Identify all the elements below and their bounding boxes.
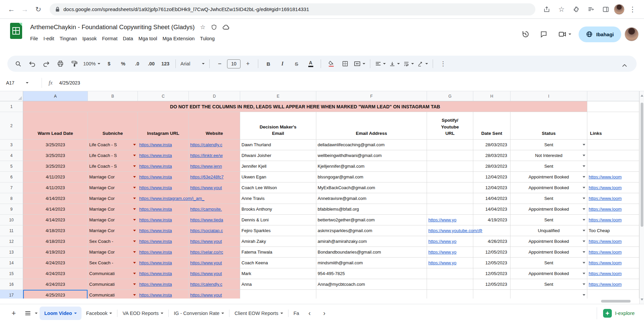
cell-B6[interactable]: Marriage Cor xyxy=(88,172,138,182)
cell-I9[interactable]: Appointment Booked xyxy=(511,204,587,215)
cell-C11[interactable]: https://www.insta xyxy=(138,225,189,236)
dropdown-icon[interactable] xyxy=(583,219,585,221)
cell-H17[interactable] xyxy=(473,290,511,299)
cell-D4[interactable]: https://linktr.ee/w xyxy=(189,150,240,161)
dropdown-icon[interactable] xyxy=(583,273,585,274)
extensions-puzzle-icon[interactable] xyxy=(570,3,583,16)
cell-C7[interactable]: https://www.insta xyxy=(138,182,189,193)
sheet-tab-client-eow-reports[interactable]: Client EOW Reports xyxy=(230,307,288,320)
all-sheets-menu-icon[interactable] xyxy=(21,306,35,320)
column-header-last[interactable] xyxy=(587,91,639,101)
cell-G15[interactable] xyxy=(427,268,473,279)
cell-A16[interactable]: 4/24/2023 xyxy=(23,279,88,290)
dropdown-icon[interactable] xyxy=(133,144,136,146)
formula-input[interactable]: 4/25/2023 xyxy=(59,80,80,86)
horizontal-scrollbar[interactable] xyxy=(0,299,639,304)
text-wrap-button[interactable] xyxy=(402,57,415,70)
cell-F9[interactable]: bfabiblems@bfatl.org xyxy=(316,204,427,215)
cell-D7[interactable]: https://www.yout xyxy=(189,182,240,193)
cell-A11[interactable]: 4/18/2023 xyxy=(23,225,88,236)
cell-G9[interactable] xyxy=(427,204,473,215)
cell-D17[interactable]: https://www.yout xyxy=(189,290,240,299)
cell-B11[interactable]: Marriage Cor xyxy=(88,225,138,236)
cell-A13[interactable]: 4/19/2023 xyxy=(23,247,88,258)
cell-H12[interactable]: 4/26/2023 xyxy=(473,236,511,247)
cell-H15[interactable]: 12/05/2023 xyxy=(473,268,511,279)
scroll-down-icon[interactable] xyxy=(641,299,643,301)
fill-color-button[interactable] xyxy=(324,57,338,70)
cell-G5[interactable] xyxy=(427,161,473,172)
version-history-icon[interactable] xyxy=(518,27,533,42)
column-header-G[interactable]: G xyxy=(427,91,473,101)
forward-icon[interactable]: → xyxy=(18,3,32,16)
column-header-A[interactable]: A xyxy=(23,91,88,101)
cell-I5[interactable]: Sent xyxy=(511,161,587,172)
cell-I16[interactable]: Sent xyxy=(511,279,587,290)
dropdown-icon[interactable] xyxy=(133,176,136,178)
cell-J13[interactable]: https://www.loom xyxy=(587,247,639,258)
cell-F10[interactable]: bettertwo2gether@gmail.com xyxy=(316,215,427,225)
column-title-1[interactable]: Warm Lead Date xyxy=(23,112,88,140)
row-header-8[interactable]: 8 xyxy=(0,193,23,204)
cell-F11[interactable]: askmrzsparkles@gmail.com xyxy=(316,225,427,236)
cell-E5[interactable]: Jennifer Kjell xyxy=(240,161,316,172)
row-header-6[interactable]: 6 xyxy=(0,172,23,182)
star-icon[interactable]: ☆ xyxy=(200,23,205,31)
cell-A4[interactable]: 3/25/2023 xyxy=(23,150,88,161)
cell-A15[interactable]: 4/24/2023 xyxy=(23,268,88,279)
cell-H16[interactable]: 12/05/2023 xyxy=(473,279,511,290)
cell-E17[interactable] xyxy=(240,290,316,299)
cell-H6[interactable]: 12/04/2023 xyxy=(473,172,511,182)
dropdown-icon[interactable] xyxy=(133,198,136,199)
cell-C16[interactable]: https://www.insta xyxy=(138,279,189,290)
cell-J17[interactable] xyxy=(587,290,639,299)
column-title-10[interactable]: Links xyxy=(587,112,639,140)
bookmark-star-icon[interactable]: ☆ xyxy=(555,3,568,16)
cell-I4[interactable]: Not Interested xyxy=(511,150,587,161)
cell-D9[interactable]: https://campsite. xyxy=(189,204,240,215)
menu-mga-tool[interactable]: Mga tool xyxy=(136,35,160,42)
increase-decimals-button[interactable]: .00 xyxy=(145,57,158,70)
sheet-tab-ig-conversion-rate[interactable]: IG - Conversion Rate xyxy=(169,307,229,320)
column-title-7[interactable]: Spotify/ Youtube URL xyxy=(427,112,473,140)
cell-B17[interactable]: Communicati xyxy=(88,290,138,299)
account-avatar[interactable] xyxy=(625,27,639,41)
cell-D3[interactable]: https://calendly.c xyxy=(189,140,240,150)
document-title[interactable]: ArthemeChaykin - Foundational Copywritin… xyxy=(30,23,195,31)
dropdown-icon[interactable] xyxy=(133,251,136,253)
column-title-8[interactable]: Date Sent xyxy=(473,112,511,140)
paint-format-icon[interactable] xyxy=(68,57,81,70)
cell-E6[interactable]: Ukwen Egan xyxy=(240,172,316,182)
cell-I10[interactable]: Sent xyxy=(511,215,587,225)
cell-E9[interactable]: Brooks Anthony xyxy=(240,204,316,215)
cell-C14[interactable]: https://www.insta xyxy=(138,258,189,268)
dropdown-icon[interactable] xyxy=(133,283,136,285)
cell-E3[interactable]: Dawn Thurland xyxy=(240,140,316,150)
cell-G4[interactable] xyxy=(427,150,473,161)
cell-C12[interactable]: https://www.insta xyxy=(138,236,189,247)
cell-F7[interactable]: MyExBackCoach@gmail.com xyxy=(316,182,427,193)
row-header-9[interactable]: 9 xyxy=(0,204,23,215)
cell-B14[interactable]: Sex Coach - xyxy=(88,258,138,268)
print-icon[interactable] xyxy=(54,57,67,70)
sheet-tab-fa[interactable]: Fa xyxy=(289,307,302,320)
side-panel-icon[interactable] xyxy=(599,3,612,16)
cell-J8[interactable]: https://www.loom xyxy=(587,193,639,204)
vertical-scrollbar[interactable] xyxy=(639,91,644,304)
cell-B5[interactable]: Life Coach - S xyxy=(88,161,138,172)
cell-H3[interactable]: 28/03/2023 xyxy=(473,140,511,150)
merge-cells-button[interactable] xyxy=(353,57,367,70)
cell-A6[interactable]: 4/11/2023 xyxy=(23,172,88,182)
cell-A7[interactable]: 4/11/2023 xyxy=(23,182,88,193)
dropdown-icon[interactable] xyxy=(133,208,136,210)
cell-D10[interactable]: https://www.tieda xyxy=(189,215,240,225)
menu-tingnan[interactable]: Tingnan xyxy=(57,35,80,42)
cell-I11[interactable]: Unqualified xyxy=(511,225,587,236)
select-all-corner[interactable] xyxy=(0,91,23,101)
dropdown-icon[interactable] xyxy=(133,165,136,167)
dropdown-icon[interactable] xyxy=(133,294,136,296)
column-header-F[interactable]: F xyxy=(316,91,427,101)
explore-button[interactable]: I-explore xyxy=(597,307,641,319)
dropdown-icon[interactable] xyxy=(583,165,585,167)
cell-H14[interactable]: 12/05/2023 xyxy=(473,258,511,268)
